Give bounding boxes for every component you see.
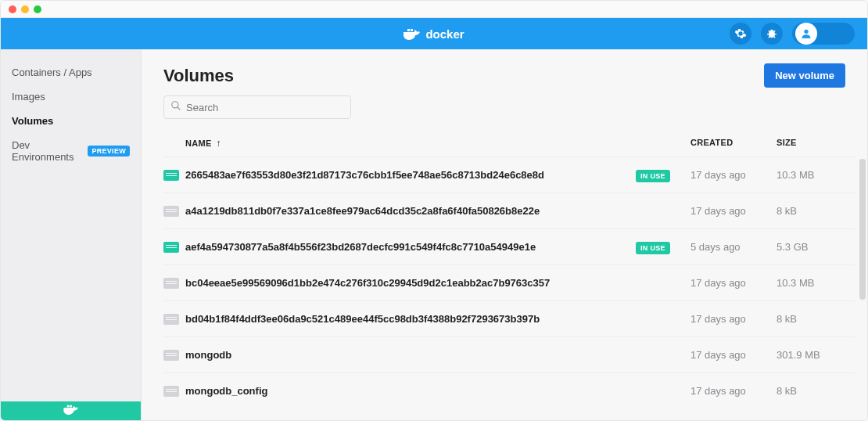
topbar-actions	[730, 23, 855, 45]
svg-rect-10	[70, 405, 72, 408]
account-menu[interactable]	[792, 23, 855, 45]
svg-point-11	[172, 102, 178, 108]
bug-icon	[766, 27, 778, 40]
search-box[interactable]	[163, 95, 351, 119]
volume-name: mongodb	[185, 349, 231, 361]
volume-name: mongodb_config	[185, 385, 267, 397]
volume-icon	[163, 386, 179, 397]
sidebar-item-label: Dev Environments	[12, 139, 83, 163]
topbar: docker	[1, 18, 867, 49]
volume-name: a4a1219db811db0f7e337a1ce8fee979ac64dcd3…	[185, 205, 540, 217]
account-avatar	[795, 23, 817, 45]
volume-name: aef4a594730877a5a8f4b556f23bd2687decfc99…	[185, 241, 536, 253]
sidebar-item-volumes[interactable]: Volumes	[1, 109, 141, 133]
volume-icon	[163, 350, 179, 361]
window-zoom-dot[interactable]	[34, 5, 41, 13]
app-name: docker	[425, 27, 464, 41]
gear-icon	[734, 27, 747, 40]
volume-size: 8 kB	[777, 205, 855, 217]
volume-created: 5 days ago	[690, 241, 777, 253]
sort-ascending-icon: ↑	[217, 138, 221, 149]
person-icon	[800, 27, 812, 40]
in-use-badge: IN USE	[636, 242, 670, 254]
volume-icon	[163, 242, 179, 253]
volume-size: 5.3 GB	[777, 241, 855, 253]
volume-size: 301.9 MB	[777, 349, 855, 361]
sidebar: Containers / Apps Images Volumes Dev Env…	[1, 49, 142, 420]
page-title: Volumes	[163, 66, 234, 86]
sidebar-item-label: Images	[12, 91, 45, 103]
volume-created: 17 days ago	[690, 313, 777, 325]
volume-size: 8 kB	[777, 313, 855, 325]
volume-created: 17 days ago	[690, 349, 777, 361]
svg-line-12	[178, 107, 181, 110]
settings-button[interactable]	[730, 23, 751, 45]
search-icon	[170, 100, 181, 114]
window-titlebar	[1, 1, 867, 18]
table-row[interactable]: bc04eeae5e99569096d1bb2e474c276f310c2994…	[163, 264, 855, 300]
window-close-dot[interactable]	[9, 5, 16, 13]
svg-rect-4	[411, 29, 413, 31]
sidebar-item-images[interactable]: Images	[1, 85, 141, 109]
header-created[interactable]: CREATED	[690, 138, 777, 149]
svg-point-5	[804, 30, 808, 34]
volume-icon	[163, 278, 179, 289]
table-row[interactable]: mongodb17 days ago301.9 MB	[163, 336, 855, 372]
window-minimize-dot[interactable]	[21, 5, 29, 13]
sidebar-item-dev-environments[interactable]: Dev Environments PREVIEW	[1, 133, 141, 169]
volumes-table: NAME ↑ CREATED SIZE 2665483ae7f63553d80e…	[142, 130, 867, 420]
sidebar-item-label: Volumes	[12, 115, 53, 127]
volume-icon	[163, 314, 179, 325]
svg-rect-3	[407, 29, 410, 31]
header-name[interactable]: NAME ↑	[185, 138, 636, 149]
table-row[interactable]: a4a1219db811db0f7e337a1ce8fee979ac64dcd3…	[163, 193, 855, 228]
volume-created: 17 days ago	[690, 385, 777, 397]
volume-created: 17 days ago	[690, 169, 777, 181]
table-row[interactable]: mongodb_config17 days ago8 kB	[163, 372, 855, 408]
new-volume-button[interactable]: New volume	[764, 63, 845, 88]
sidebar-item-label: Containers / Apps	[12, 67, 92, 78]
volume-size: 10.3 MB	[777, 277, 855, 289]
volume-name: bd04b1f84f4ddf3ee06da9c521c489ee44f5cc98…	[185, 313, 540, 325]
sidebar-footer[interactable]	[1, 401, 141, 420]
volume-icon	[163, 170, 179, 181]
volume-name: bc04eeae5e99569096d1bb2e474c276f310c2994…	[185, 277, 550, 289]
table-row[interactable]: 2665483ae7f63553d80e3f21d87173c76cbb1f5e…	[163, 157, 855, 193]
volume-icon	[163, 206, 179, 217]
volume-size: 8 kB	[777, 385, 855, 397]
in-use-badge: IN USE	[636, 170, 670, 182]
header-size[interactable]: SIZE	[777, 138, 855, 149]
table-row[interactable]: aef4a594730877a5a8f4b556f23bd2687decfc99…	[163, 228, 855, 264]
troubleshoot-button[interactable]	[761, 23, 783, 45]
preview-badge: PREVIEW	[88, 146, 130, 157]
scrollbar[interactable]	[859, 159, 866, 300]
table-row[interactable]: bd04b1f84f4ddf3ee06da9c521c489ee44f5cc98…	[163, 300, 855, 336]
volume-created: 17 days ago	[690, 205, 777, 217]
search-input[interactable]	[186, 102, 344, 113]
svg-rect-9	[66, 405, 69, 408]
sidebar-item-containers[interactable]: Containers / Apps	[1, 60, 141, 85]
volume-created: 17 days ago	[690, 277, 777, 289]
volume-size: 10.3 MB	[777, 169, 855, 181]
whale-icon	[404, 27, 421, 40]
app-logo: docker	[404, 27, 464, 41]
table-header: NAME ↑ CREATED SIZE	[163, 130, 855, 157]
volume-name: 2665483ae7f63553d80e3f21d87173c76cbb1f5e…	[185, 169, 544, 181]
whale-icon	[63, 404, 79, 418]
main-header: Volumes New volume	[142, 49, 867, 95]
